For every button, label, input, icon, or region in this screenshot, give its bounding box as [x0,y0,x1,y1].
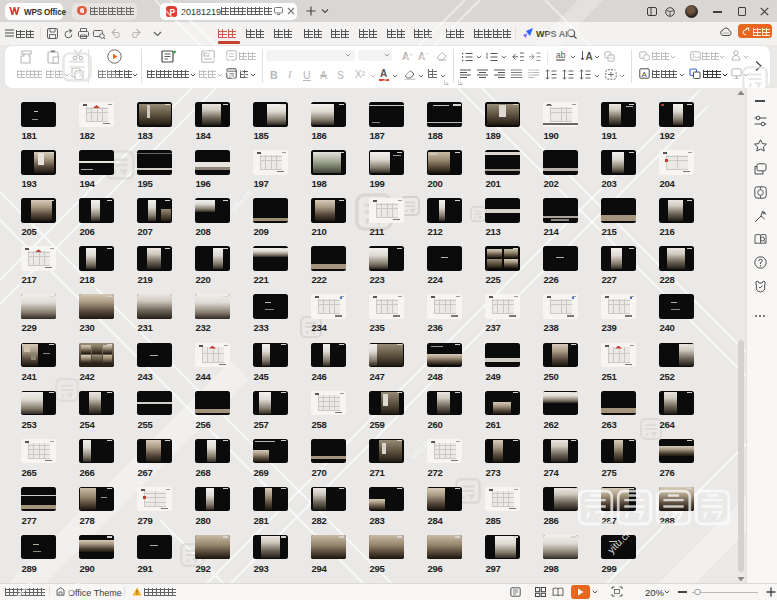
svg-text:A: A [642,70,648,79]
svg-text:A: A [586,51,593,62]
